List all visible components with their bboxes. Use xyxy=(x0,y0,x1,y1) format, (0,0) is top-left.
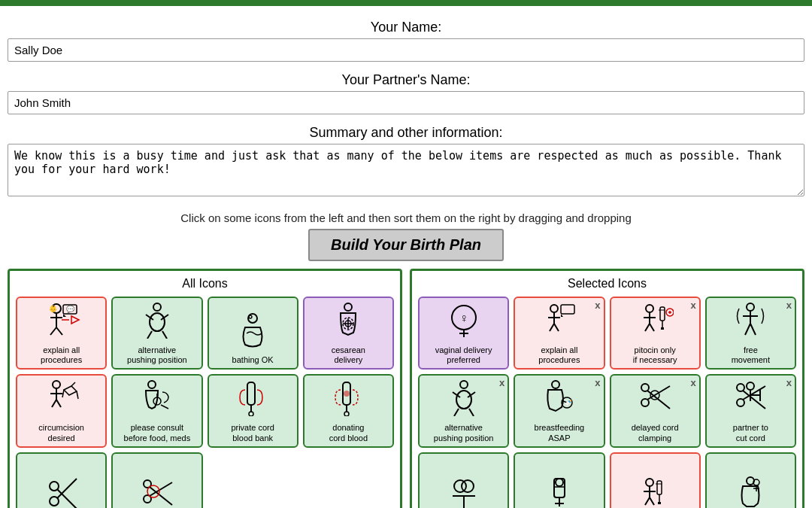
svg-line-59 xyxy=(554,324,559,331)
svg-line-75 xyxy=(745,324,750,335)
sel-extra1-svg xyxy=(445,475,483,508)
vaginal-svg: ♀ xyxy=(445,301,483,339)
svg-line-28 xyxy=(71,382,75,386)
all-icons-title: All Icons xyxy=(16,277,394,291)
svg-line-76 xyxy=(750,324,756,335)
name-input[interactable] xyxy=(8,38,804,62)
svg-point-17 xyxy=(249,315,252,318)
bathing-svg xyxy=(234,311,271,348)
sel-extra3[interactable] xyxy=(610,452,701,508)
remove-pitocin-x[interactable]: x xyxy=(691,300,696,311)
remove-explain-x[interactable]: x xyxy=(595,300,600,311)
svg-point-104 xyxy=(556,479,563,486)
sel-delayed-cord[interactable]: x delayed cordclamping xyxy=(610,374,701,447)
sel-alt-push-svg xyxy=(445,379,483,416)
sel-vaginal[interactable]: ♀ vaginal deliverypreferred xyxy=(418,297,509,370)
pitocin-svg xyxy=(636,301,674,339)
icon-alt-push[interactable]: alternativepushing position xyxy=(111,297,202,370)
svg-line-34 xyxy=(161,405,168,409)
icon-scissors1[interactable] xyxy=(16,452,107,508)
pitocin-label: pitocin onlyif necessary xyxy=(633,345,677,365)
remove-partner-cut-x[interactable]: x xyxy=(786,377,792,388)
cesarean-label: cesareandelivery xyxy=(332,345,365,365)
sel-free-movement[interactable]: x freemovement xyxy=(705,297,796,370)
selected-icons-panel: Selected Icons ♀ vaginal deliverypreferr… xyxy=(410,269,804,508)
vaginal-img: ♀ xyxy=(445,301,483,342)
sel-pitocin[interactable]: x xyxy=(610,297,701,370)
consult-svg xyxy=(138,379,176,416)
sel-breastfeeding[interactable]: x 🍼 breastfeedingASAP xyxy=(514,374,604,447)
partner-input[interactable] xyxy=(8,91,804,114)
svg-line-5 xyxy=(56,327,62,335)
summary-label: Summary and other information: xyxy=(8,125,804,141)
svg-line-58 xyxy=(550,324,554,331)
all-icons-grid: 👶 💬 explain allprocedures xyxy=(16,297,394,508)
icon-scissors2[interactable] xyxy=(111,452,202,508)
svg-point-10 xyxy=(150,313,165,331)
partner-cut-svg xyxy=(732,379,769,416)
selected-icons-grid: ♀ vaginal deliverypreferred x xyxy=(418,297,796,508)
donate-cord-label: donatingcord blood xyxy=(329,423,368,443)
circumcision-svg xyxy=(43,379,80,416)
sel-alt-push-label: alternativepushing position xyxy=(434,423,494,443)
summary-input[interactable]: We know this is a busy time and just ask… xyxy=(8,144,804,196)
instructions: Click on some icons from the left and th… xyxy=(8,211,804,224)
explain-all-svg: 👶 💬 xyxy=(43,301,80,339)
svg-point-23 xyxy=(53,381,60,388)
svg-text:👶: 👶 xyxy=(49,304,58,313)
icon-bathing[interactable]: bathing OK xyxy=(208,297,298,370)
svg-rect-60 xyxy=(561,305,574,314)
private-cord-svg xyxy=(234,379,271,416)
scissors2-svg xyxy=(138,475,176,508)
svg-point-96 xyxy=(747,382,754,390)
svg-line-29 xyxy=(62,390,64,397)
alt-push-label: alternativepushing position xyxy=(127,345,187,365)
remove-delayed-cord-x[interactable]: x xyxy=(691,377,696,388)
sel-explain-svg xyxy=(541,301,578,339)
free-movement-svg xyxy=(732,301,769,339)
sel-partner-cut[interactable]: x partner tocut cord xyxy=(705,374,796,447)
panels-row: All Icons 👶 💬 xyxy=(8,269,804,508)
partner-cut-img xyxy=(732,379,769,420)
build-btn[interactable]: Build Your Birth Plan xyxy=(308,229,504,261)
sel-alt-push-img xyxy=(445,379,483,420)
svg-rect-110 xyxy=(657,481,662,494)
svg-text:💬: 💬 xyxy=(66,305,75,314)
sel-extra4[interactable] xyxy=(705,452,796,508)
sel-extra2-img xyxy=(541,475,578,508)
sel-explain[interactable]: x explain allprocedures xyxy=(514,297,604,370)
circumcision-img xyxy=(43,379,80,420)
alt-push-img xyxy=(138,301,176,342)
free-movement-label: freemovement xyxy=(732,345,770,365)
remove-free-movement-x[interactable]: x xyxy=(786,300,792,311)
private-cord-img xyxy=(234,379,271,420)
sel-extra2-svg xyxy=(541,475,578,508)
svg-point-83 xyxy=(552,381,559,388)
svg-line-4 xyxy=(50,327,56,335)
svg-line-26 xyxy=(52,400,56,407)
svg-point-72 xyxy=(747,303,754,311)
svg-point-78 xyxy=(456,391,471,409)
svg-line-44 xyxy=(57,489,77,508)
cesarean-img xyxy=(329,301,367,342)
all-icons-panel: All Icons 👶 💬 xyxy=(8,269,402,508)
sel-extra3-img xyxy=(636,475,674,508)
remove-breastfeeding-x[interactable]: x xyxy=(595,377,600,388)
icon-private-cord[interactable]: private cordblood bank xyxy=(208,374,298,447)
svg-line-30 xyxy=(77,391,78,399)
sel-extra2[interactable] xyxy=(514,452,604,508)
icon-circumcision[interactable]: circumcisiondesired xyxy=(16,374,107,447)
svg-text:♀: ♀ xyxy=(459,312,468,324)
scissors2-img xyxy=(138,475,176,508)
remove-alt-push-x[interactable]: x xyxy=(499,377,504,388)
consult-label: please consultbefore food, meds xyxy=(124,423,191,443)
scissors1-img xyxy=(43,475,80,508)
icon-cesarean[interactable]: cesareandelivery xyxy=(303,297,394,370)
sel-explain-img xyxy=(541,301,578,342)
sel-alt-push[interactable]: x alternativepushing position xyxy=(418,374,509,447)
bathing-label: bathing OK xyxy=(232,355,274,365)
icon-explain-all[interactable]: 👶 💬 explain allprocedures xyxy=(16,297,107,370)
icon-donate-cord[interactable]: donatingcord blood xyxy=(303,374,394,447)
sel-extra1[interactable] xyxy=(418,452,509,508)
icon-consult[interactable]: please consultbefore food, meds xyxy=(111,374,202,447)
